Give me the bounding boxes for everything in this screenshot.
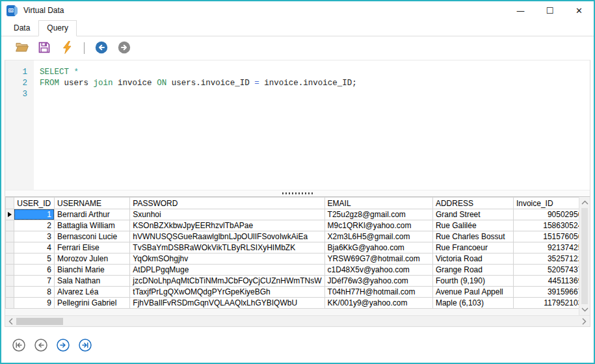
grid-cell[interactable]: Ferrari Elise (55, 242, 130, 254)
scroll-up-icon[interactable] (579, 197, 590, 208)
grid-cell[interactable]: 905029504 (513, 209, 589, 220)
grid-cell[interactable]: KK/001y9@yahoo.com (324, 298, 432, 309)
grid-cell[interactable]: 1515760563 (513, 231, 589, 242)
grid-cell[interactable]: 9 (14, 298, 55, 309)
grid-cell[interactable]: 1586305244 (513, 220, 589, 231)
grid-cell[interactable]: Alvarez Léa (55, 287, 130, 298)
open-file-button[interactable] (14, 41, 29, 55)
grid-cell[interactable]: 391596677 (513, 287, 589, 298)
row-selector[interactable] (6, 287, 14, 298)
grid-cell[interactable]: 921374256 (513, 242, 589, 254)
grid-cell[interactable]: X2m3L6H5@gmail.com (324, 231, 432, 242)
row-selector[interactable] (6, 265, 14, 276)
save-button[interactable] (37, 41, 51, 55)
grid-cell[interactable]: Grange Road (432, 265, 513, 276)
grid-cell[interactable]: Rue Charles Bossut (432, 231, 513, 242)
grid-cell[interactable]: Pellegrini Gabriel (55, 298, 130, 309)
grid-cell[interactable]: 1 (14, 209, 55, 220)
grid-cell[interactable]: Bernasconi Lucie (55, 231, 130, 242)
grid-cell[interactable]: YqOkmSOhgjhv (130, 254, 324, 265)
back-button[interactable] (94, 41, 109, 55)
grid-cell[interactable]: KSOnBZXkbwJpyEERhzvlTbAPae (130, 220, 324, 231)
row-selector[interactable] (6, 298, 14, 309)
vertical-scroll-thumb[interactable] (581, 208, 588, 304)
grid-cell[interactable]: T04hH77H@hotmail.com (324, 287, 432, 298)
column-header-address[interactable]: ADDRESS (432, 198, 513, 209)
grid-cell[interactable]: 2 (14, 220, 55, 231)
code-area[interactable]: SELECT *FROM users join invoice ON users… (34, 60, 590, 190)
grid-cell[interactable]: c1D48X5v@yahoo.com (324, 265, 432, 276)
first-record-button[interactable] (12, 338, 26, 352)
row-selector[interactable] (6, 231, 14, 242)
grid-cell[interactable]: Sxunhoi (130, 209, 324, 220)
grid-cell[interactable]: Bianchi Marie (55, 265, 130, 276)
grid-cell[interactable]: tTaxjfPrLgQXwOMQdgPYrGpeKiyeBGh (130, 287, 324, 298)
grid-cell[interactable]: JDéf76w3@yahoo.com (324, 276, 432, 287)
previous-record-button[interactable] (34, 338, 48, 352)
line-number: 3 (5, 89, 27, 100)
row-selector[interactable] (6, 220, 14, 231)
grid-cell[interactable]: TvSBaYmDSBRaWOkVikTLByRLSIXyHIMbZK (130, 242, 324, 254)
column-header-invoice_id[interactable]: Invoice_ID (513, 198, 589, 209)
next-record-button[interactable] (56, 338, 70, 352)
grid-cell[interactable]: Avenue Paul Appell (432, 287, 513, 298)
grid-cell[interactable]: 4 (14, 242, 55, 254)
grid-cell[interactable]: 6 (14, 265, 55, 276)
sql-editor[interactable]: 123 SELECT *FROM users join invoice ON u… (5, 60, 590, 190)
tab-query[interactable]: Query (38, 20, 77, 36)
minimize-button[interactable]: — (506, 1, 535, 20)
execute-query-button[interactable] (60, 41, 74, 55)
maximize-button[interactable]: ☐ (535, 1, 564, 20)
grid-cell[interactable]: 1179521033 (513, 298, 589, 309)
grid-cell[interactable]: Sala Nathan (55, 276, 130, 287)
close-button[interactable]: ✕ (564, 1, 594, 20)
splitter-handle[interactable] (5, 190, 590, 196)
grid-cell[interactable]: hVWNUSQSGueRaawlglbnLJpOUlIFSovoIwkAiEa (130, 231, 324, 242)
grid-cell[interactable]: Victoria Road (432, 254, 513, 265)
row-selector[interactable] (6, 254, 14, 265)
grid-cell[interactable]: M9c1QRKl@yahoo.com (324, 220, 432, 231)
grid-cell[interactable]: 7 (14, 276, 55, 287)
grid-cell[interactable]: Bja6KkG@yahoo.com (324, 242, 432, 254)
code-line[interactable]: SELECT * (40, 67, 590, 78)
grid-cell[interactable]: Rue Francoeur (432, 242, 513, 254)
row-selector-header[interactable] (6, 198, 14, 209)
grid-cell[interactable]: 445113692 (513, 276, 589, 287)
horizontal-scrollbar[interactable] (5, 315, 590, 326)
row-selector[interactable] (6, 242, 14, 254)
grid-cell[interactable]: Fourth (9,190) (432, 276, 513, 287)
tab-data[interactable]: Data (5, 20, 38, 36)
grid-cell[interactable]: Grand Street (432, 209, 513, 220)
grid-cell[interactable]: 3 (14, 231, 55, 242)
code-line[interactable]: FROM users join invoice ON users.invoice… (40, 78, 590, 89)
grid-cell[interactable]: AtDPLPgqMuge (130, 265, 324, 276)
grid-cell[interactable]: Morozov Julen (55, 254, 130, 265)
grid-cell[interactable]: jzcDNoLhpAqMtCbTiNMmJCbFOyCjCUZnHWmTNsW (130, 276, 324, 287)
forward-button[interactable] (117, 41, 131, 55)
column-header-password[interactable]: PASSWORD (130, 198, 324, 209)
vertical-scrollbar[interactable] (579, 197, 590, 315)
grid-cell[interactable]: 5 (14, 254, 55, 265)
grid-cell[interactable]: 8 (14, 287, 55, 298)
grid-cell[interactable]: Maple (6,103) (432, 298, 513, 309)
grid-cell[interactable]: YRSW69G7@hotmail.com (324, 254, 432, 265)
horizontal-scroll-thumb[interactable] (16, 318, 63, 325)
column-header-username[interactable]: USERNAME (55, 198, 130, 209)
scroll-left-icon[interactable] (5, 316, 16, 327)
grid-cell[interactable]: Rue Galilée (432, 220, 513, 231)
code-line[interactable] (40, 89, 590, 100)
scroll-right-icon[interactable] (579, 316, 590, 327)
grid-cell[interactable]: 352571222 (513, 254, 589, 265)
grid-cell[interactable]: FjhVBaIlFvRSDmGqnVQLAAQlxLhGYBIQWbU (130, 298, 324, 309)
grid-cell[interactable]: T25u2gz8@gmail.com (324, 209, 432, 220)
grid-cell[interactable]: Bernardi Arthur (55, 209, 130, 220)
column-header-user_id[interactable]: USER_ID (14, 198, 55, 209)
line-number-gutter: 123 (5, 60, 34, 190)
row-selector[interactable] (6, 209, 14, 220)
grid-cell[interactable]: Battaglia William (55, 220, 130, 231)
row-selector[interactable] (6, 276, 14, 287)
last-record-button[interactable] (78, 338, 92, 352)
scroll-down-icon[interactable] (579, 304, 590, 315)
grid-cell[interactable]: 520574372 (513, 265, 589, 276)
column-header-email[interactable]: EMAIL (324, 198, 432, 209)
